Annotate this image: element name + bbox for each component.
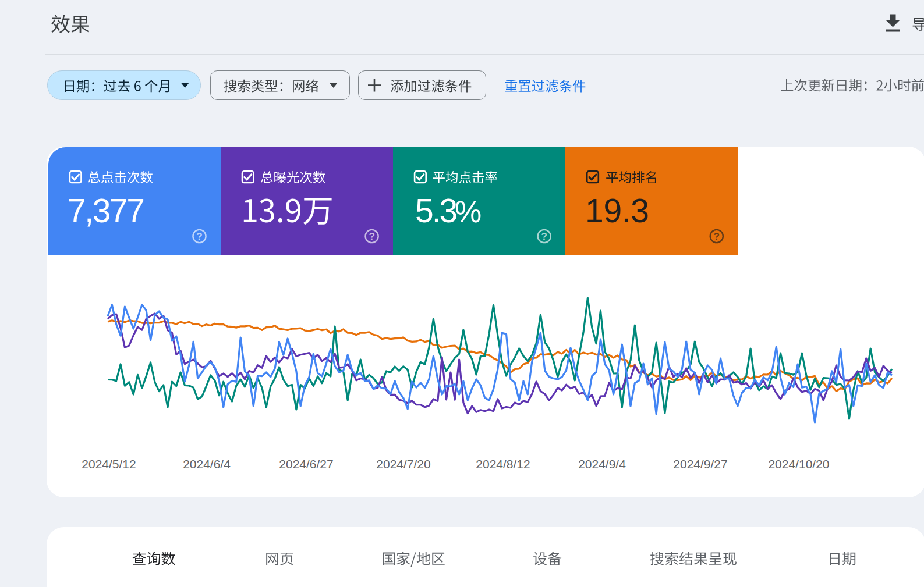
svg-text:19.3: 19.3 bbox=[585, 192, 649, 229]
svg-text:?: ? bbox=[541, 231, 547, 242]
svg-text:2024/9/27: 2024/9/27 bbox=[673, 457, 727, 471]
svg-text:2024/9/4: 2024/9/4 bbox=[578, 457, 626, 471]
svg-text:?: ? bbox=[714, 231, 720, 242]
svg-text:%: % bbox=[455, 195, 482, 229]
svg-text:5.3: 5.3 bbox=[415, 192, 457, 229]
svg-text:2024/5/12: 2024/5/12 bbox=[82, 457, 136, 471]
svg-text:2024/6/27: 2024/6/27 bbox=[279, 457, 333, 471]
svg-text:7,377: 7,377 bbox=[68, 192, 144, 229]
svg-text:?: ? bbox=[196, 231, 202, 242]
svg-text:2024/6/4: 2024/6/4 bbox=[183, 457, 231, 471]
svg-text:2024/8/12: 2024/8/12 bbox=[476, 457, 530, 471]
svg-text:?: ? bbox=[369, 231, 374, 242]
svg-text:2024/7/20: 2024/7/20 bbox=[376, 457, 430, 471]
svg-text:2024/10/20: 2024/10/20 bbox=[768, 457, 829, 471]
